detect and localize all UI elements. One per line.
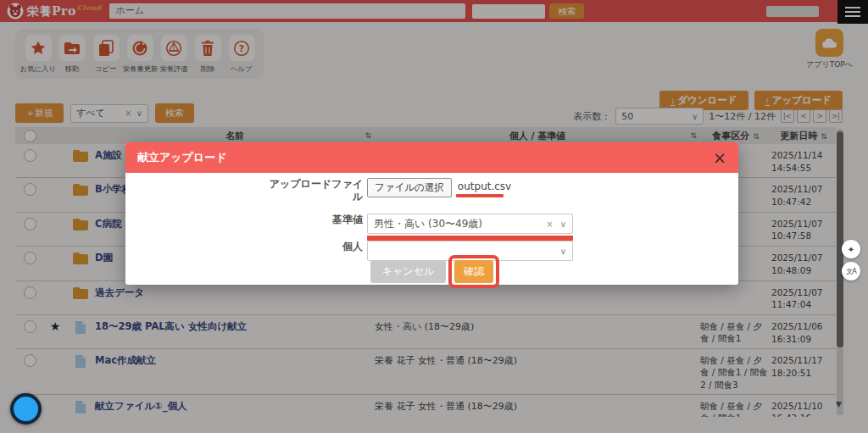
clear-icon[interactable]: × — [546, 219, 553, 229]
upload-file-label: アップロードファイル — [268, 178, 363, 203]
selected-file-name: output.csv — [458, 180, 511, 192]
standard-value-select[interactable]: 男性・高い (30〜49歳) × ∨ — [367, 214, 573, 234]
chevron-down-icon: ∨ — [560, 247, 566, 256]
translate-button[interactable]: 文A — [842, 262, 860, 280]
chevron-down-icon: ∨ — [560, 219, 566, 229]
modal-title: 献立アップロード — [137, 150, 227, 165]
assistant-sparkle-button[interactable]: ✦ — [842, 240, 860, 258]
sparkle-icon: ✦ — [848, 245, 854, 254]
confirm-button[interactable]: 確認 — [454, 260, 493, 283]
person-label: 個人 — [268, 241, 363, 253]
upload-modal: 献立アップロード × アップロードファイル ファイルの選択 output.csv… — [125, 142, 738, 285]
standard-value-label: 基準値 — [268, 214, 363, 226]
translate-icon: 文A — [846, 267, 855, 276]
cancel-button[interactable]: キャンセル — [370, 260, 446, 283]
person-select[interactable]: ∨ — [367, 241, 573, 261]
floating-action-button[interactable] — [10, 393, 42, 425]
modal-header: 献立アップロード × — [125, 142, 738, 173]
app-screen: 栄養ProCloud ホーム 検索 お気に入り 移動 コピー 栄養素更新 — [0, 0, 868, 433]
close-icon[interactable]: × — [713, 150, 726, 166]
file-select-button[interactable]: ファイルの選択 — [367, 178, 452, 197]
